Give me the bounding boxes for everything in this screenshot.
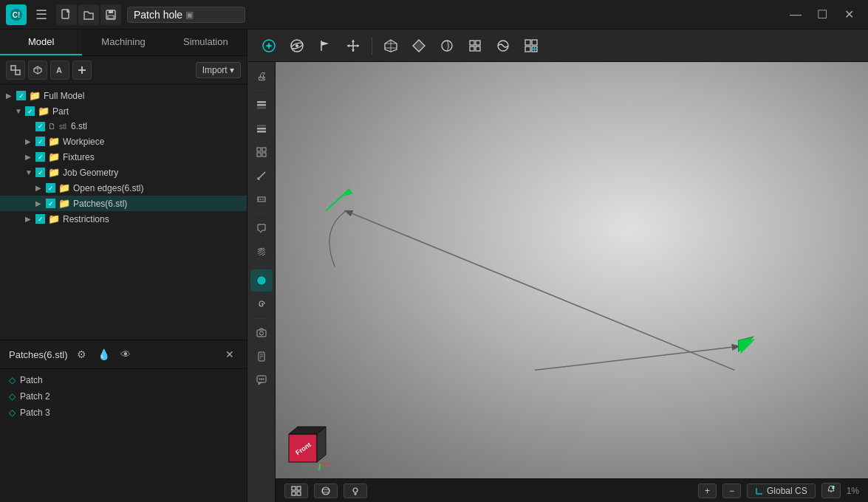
water-button[interactable]: 💧 [95, 346, 112, 362]
spiral-button[interactable] [250, 293, 273, 315]
checkbox-workpiece[interactable] [35, 137, 45, 146]
svg-marker-24 [357, 44, 359, 47]
left-panel: Model Machining Simulation A Import ▾ [0, 30, 247, 502]
toolbar-separator [372, 37, 372, 55]
flag-tool[interactable] [312, 33, 338, 58]
expand-icon: ▶ [35, 199, 43, 207]
svg-rect-89 [292, 492, 295, 495]
tab-simulation[interactable]: Simulation [165, 30, 247, 55]
tree-item-patches[interactable]: ▶ 📁 Patches(6.stl) [0, 196, 247, 211]
settings-button[interactable]: ⚙ [73, 346, 89, 362]
bottom-panel-title: Patches(6.stl) [9, 349, 67, 360]
svg-rect-4 [109, 10, 113, 13]
snap-tool[interactable] [256, 33, 281, 58]
print-button[interactable]: 🖨 [250, 65, 273, 87]
list-item-patch[interactable]: ◇ Patch [6, 372, 241, 388]
title-edit-icon: ▣ [185, 10, 194, 20]
checkbox-open-edges[interactable] [46, 183, 55, 193]
add-view-tool[interactable] [519, 33, 544, 58]
cube-tool-button[interactable] [28, 61, 47, 80]
measure-button[interactable] [250, 165, 273, 187]
close-bottom-panel-button[interactable]: ✕ [222, 346, 238, 362]
select-tool-button[interactable] [6, 61, 25, 80]
checkbox-full-model[interactable] [16, 91, 26, 100]
save-file-button[interactable] [100, 4, 121, 25]
tab-model[interactable]: Model [0, 30, 82, 55]
cross-section-tool[interactable] [491, 33, 516, 58]
list-item-patch3[interactable]: ◇ Patch 3 [6, 405, 241, 421]
svg-point-72 [262, 379, 264, 380]
open-file-button[interactable] [78, 4, 99, 25]
grid-button[interactable] [250, 141, 273, 163]
zoom-in-button[interactable]: + [698, 484, 717, 498]
checkbox-6stl[interactable] [35, 122, 45, 131]
svg-marker-22 [352, 49, 355, 52]
profile-tool[interactable] [434, 33, 459, 58]
tree-item-6stl[interactable]: 🗋 stl 6.stl [0, 119, 247, 134]
fill-button[interactable] [250, 269, 273, 292]
layer-2-button[interactable] [250, 117, 273, 140]
bottom-panel-header: Patches(6.stl) ⚙ 💧 👁 ✕ [0, 340, 247, 369]
tree-label: Fixtures [63, 152, 241, 162]
svg-rect-6 [11, 66, 16, 70]
tree-item-fixtures[interactable]: ▶ 📁 Fixtures [0, 149, 247, 165]
title-input[interactable]: Patch hole ▣ [127, 7, 245, 23]
tree-item-part[interactable]: ▼ 📁 Part [0, 103, 247, 119]
patch-label: Patch [20, 375, 43, 385]
layer-1-button[interactable] [250, 94, 273, 116]
svg-rect-48 [257, 148, 261, 151]
checkbox-fixtures[interactable] [35, 152, 45, 162]
close-button[interactable]: ✕ [835, 3, 862, 27]
svg-rect-87 [292, 486, 295, 490]
svg-rect-34 [476, 47, 480, 51]
expand-icon: ▼ [25, 168, 33, 176]
tree-label: Patches(6.stl) [73, 199, 241, 209]
book-button[interactable] [250, 345, 273, 368]
orbit-tool[interactable] [284, 33, 310, 58]
tree-label: Restrictions [63, 214, 241, 224]
viewport-fit-button[interactable] [284, 484, 308, 498]
checkbox-patches[interactable] [46, 199, 55, 208]
tree-item-open-edges[interactable]: ▶ 📁 Open edges(6.stl) [0, 180, 247, 196]
shade-tool[interactable] [406, 33, 431, 58]
lighting-button[interactable] [344, 484, 367, 498]
top-toolbar [247, 30, 868, 62]
minimize-button[interactable]: — [782, 3, 809, 27]
list-item-patch2[interactable]: ◇ Patch 2 [6, 388, 241, 405]
viewport[interactable]: Front x y [276, 62, 868, 478]
tree-item-job-geometry[interactable]: ▼ 📁 Job Geometry [0, 165, 247, 180]
new-file-button[interactable] [56, 4, 77, 25]
zoom-out-button[interactable]: − [722, 484, 741, 498]
checkbox-restrictions[interactable] [35, 214, 45, 224]
hamburger-menu[interactable]: ☰ [33, 7, 50, 23]
svg-marker-23 [347, 44, 349, 47]
mesh-tool[interactable] [378, 33, 403, 58]
svg-line-52 [258, 172, 265, 179]
viewport-area: 🖨 [247, 30, 868, 502]
chat-button[interactable] [250, 369, 273, 391]
add-tool-button[interactable] [72, 61, 92, 80]
explode-tool[interactable] [462, 33, 488, 58]
text-tool-button[interactable]: A [50, 61, 69, 80]
tree-item-full-model[interactable]: ▶ 📁 Full Model [0, 88, 247, 103]
visibility-button[interactable]: 👁 [117, 346, 134, 362]
annotation-button[interactable] [250, 217, 273, 239]
svg-text:x: x [330, 461, 331, 467]
svg-rect-42 [257, 101, 266, 103]
perspective-button[interactable] [314, 484, 338, 498]
checkbox-job-geometry[interactable] [35, 168, 45, 177]
move-tool[interactable] [341, 33, 366, 58]
orientation-cube[interactable]: Front x y [283, 423, 331, 471]
tree-label: Open edges(6.stl) [73, 183, 241, 193]
import-button[interactable]: Import ▾ [196, 62, 241, 78]
tab-machining[interactable]: Machining [82, 30, 164, 55]
tree-item-workpiece[interactable]: ▶ 📁 Workpiece [0, 134, 247, 149]
patch-label: Patch 2 [20, 391, 50, 402]
dimension-button[interactable] [250, 188, 273, 210]
notification-badge[interactable]: 2 [821, 483, 841, 498]
camera-button[interactable] [250, 322, 273, 344]
checkbox-part[interactable] [25, 106, 35, 116]
tree-item-restrictions[interactable]: ▶ 📁 Restrictions [0, 211, 247, 227]
hatching-button[interactable] [250, 241, 273, 263]
maximize-button[interactable]: ☐ [809, 3, 835, 27]
